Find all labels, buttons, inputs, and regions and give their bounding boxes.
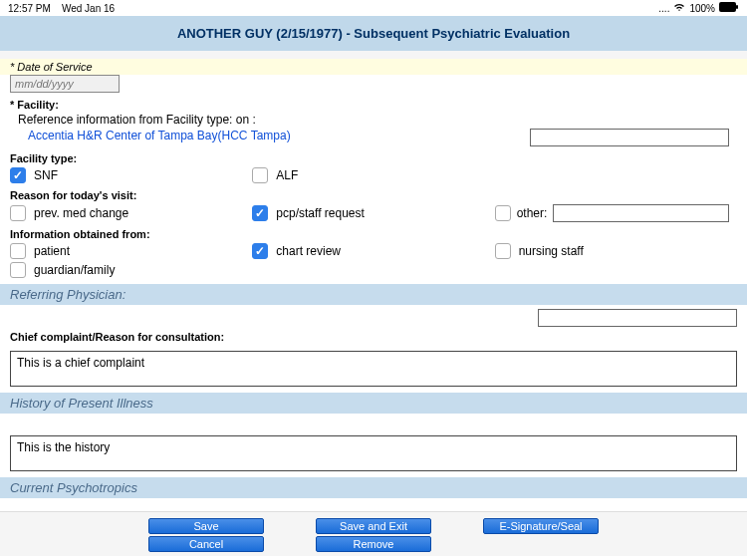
label-chart-review: chart review <box>276 244 341 258</box>
facility-type-label: Facility type: <box>10 152 737 164</box>
checkbox-snf[interactable] <box>10 167 26 183</box>
status-date: Wed Jan 16 <box>62 3 115 14</box>
date-of-service-input[interactable] <box>10 75 120 93</box>
label-nursing-staff: nursing staff <box>519 244 584 258</box>
label-patient: patient <box>34 244 70 258</box>
other-reason-input[interactable] <box>553 204 729 222</box>
date-of-service-label: * Date of Service <box>0 59 747 75</box>
status-right: .... 100% <box>658 2 739 14</box>
bottom-toolbar: Save Save and Exit E-Signature/Seal Canc… <box>0 511 747 556</box>
remove-button[interactable]: Remove <box>316 536 431 552</box>
e-signature-button[interactable]: E-Signature/Seal <box>483 518 599 534</box>
signal-icon: .... <box>658 3 669 14</box>
facility-link[interactable]: Accentia H&R Center of Tampa Bay(HCC Tam… <box>10 129 291 142</box>
battery-icon <box>719 2 739 14</box>
section-hpi: History of Present Illness <box>0 393 747 414</box>
label-pcp-staff: pcp/staff request <box>276 206 365 220</box>
chief-complaint-label: Chief complaint/Reason for consultation: <box>0 327 747 345</box>
section-referring-physician: Referring Physician: <box>0 284 747 305</box>
cancel-button[interactable]: Cancel <box>148 536 264 552</box>
checkbox-chart-review[interactable] <box>252 243 268 259</box>
reason-visit-label: Reason for today's visit: <box>10 189 737 201</box>
save-and-exit-button[interactable]: Save and Exit <box>316 518 431 534</box>
page-title: ANOTHER GUY (2/15/1977) - Subsequent Psy… <box>0 16 747 51</box>
checkbox-patient[interactable] <box>10 243 26 259</box>
facility-reference-text: Reference information from Facility type… <box>10 111 737 129</box>
referring-physician-input[interactable] <box>538 309 737 327</box>
status-bar: 12:57 PM Wed Jan 16 .... 100% <box>0 0 747 16</box>
wifi-icon <box>673 3 685 14</box>
checkbox-guardian-family[interactable] <box>10 262 26 278</box>
label-snf: SNF <box>34 168 58 182</box>
checkbox-alf[interactable] <box>252 167 268 183</box>
checkbox-prev-med[interactable] <box>10 205 26 221</box>
checkbox-pcp-staff[interactable] <box>252 205 268 221</box>
info-obtained-label: Information obtained from: <box>10 228 737 240</box>
label-alf: ALF <box>276 168 298 182</box>
label-prev-med: prev. med change <box>34 206 128 220</box>
status-time: 12:57 PM <box>8 3 51 14</box>
svg-rect-1 <box>736 5 738 9</box>
chief-complaint-textarea[interactable]: This is a chief complaint <box>10 351 737 387</box>
facility-search-input[interactable] <box>530 129 729 146</box>
spacer <box>0 51 747 59</box>
status-time-date: 12:57 PM Wed Jan 16 <box>8 3 115 14</box>
svg-rect-0 <box>719 2 736 12</box>
facility-label: * Facility: <box>10 99 737 111</box>
section-current-psychotropics: Current Psychotropics <box>0 477 747 498</box>
hpi-textarea[interactable]: This is the history <box>10 435 737 471</box>
battery-pct: 100% <box>689 3 715 14</box>
save-button[interactable]: Save <box>148 518 264 534</box>
checkbox-other[interactable] <box>495 205 511 221</box>
checkbox-nursing-staff[interactable] <box>495 243 511 259</box>
label-other: other: <box>517 206 548 220</box>
label-guardian-family: guardian/family <box>34 263 115 277</box>
